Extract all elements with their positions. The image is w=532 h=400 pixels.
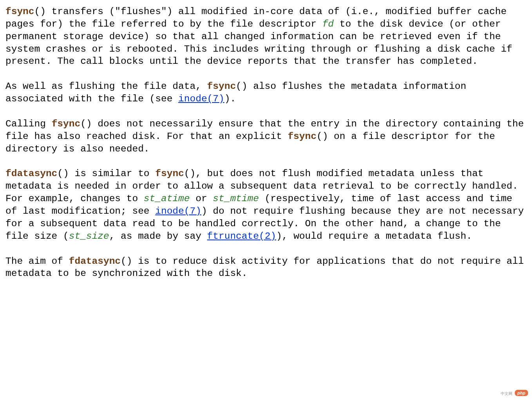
text: () is similar to: [57, 168, 155, 179]
func-fsync: fsync: [5, 6, 34, 17]
text: Calling: [5, 119, 52, 129]
field-st-size: st_size: [69, 231, 109, 241]
text: As well as flushing the file data,: [5, 81, 207, 92]
text: or: [190, 193, 213, 204]
text: The aim of: [5, 256, 69, 267]
link-ftruncate-2[interactable]: ftruncate(2): [207, 231, 276, 241]
paragraph-3: Calling fsync() does not necessarily ens…: [5, 118, 527, 155]
arg-fd: fd: [322, 19, 334, 29]
field-st-mtime: st_mtime: [213, 193, 259, 204]
text: ), would require a metadata flush.: [276, 231, 472, 241]
text: , as made by say: [109, 231, 207, 241]
func-fdatasync: fdatasync: [69, 256, 121, 267]
paragraph-5: The aim of fdatasync() is to reduce disk…: [5, 255, 527, 280]
func-fsync: fsync: [155, 168, 184, 179]
func-fdatasync: fdatasync: [5, 168, 57, 179]
link-inode-7[interactable]: inode(7): [178, 94, 224, 104]
text: ).: [224, 94, 236, 104]
link-inode-7[interactable]: inode(7): [155, 206, 201, 216]
field-st-atime: st_atime: [144, 193, 190, 204]
func-fsync: fsync: [207, 81, 236, 92]
func-fsync: fsync: [52, 119, 81, 129]
paragraph-2: As well as flushing the file data, fsync…: [5, 80, 527, 105]
func-fsync: fsync: [288, 131, 317, 142]
paragraph-1: fsync() transfers ("flushes") all modifi…: [5, 5, 527, 68]
paragraph-4: fdatasync() is similar to fsync(), but d…: [5, 168, 527, 242]
